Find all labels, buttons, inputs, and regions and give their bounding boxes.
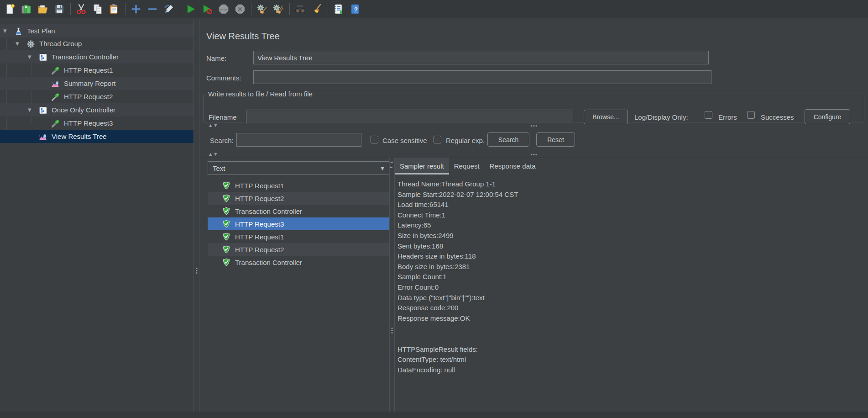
tree-item-label: HTTP Request2 xyxy=(64,93,113,101)
case-sensitive-label[interactable]: Case sensitive xyxy=(382,137,427,144)
splitter-collapse-arrows-icon[interactable]: ◄► xyxy=(390,160,392,170)
search-icon xyxy=(295,4,306,15)
stop-button[interactable]: STOP xyxy=(217,3,230,16)
shutdown-button[interactable] xyxy=(234,3,246,16)
page-title: View Results Tree xyxy=(206,31,280,42)
search-button[interactable] xyxy=(294,3,307,16)
result-item-transaction-controller[interactable]: Transaction Controller xyxy=(208,205,389,217)
toolbar: STOP? xyxy=(0,0,868,18)
result-item-http-request2[interactable]: HTTP Request2 xyxy=(208,243,389,256)
tree-item-view-results-tree[interactable]: View Results Tree xyxy=(0,130,193,143)
expander-down-icon[interactable]: ▼ xyxy=(14,41,26,46)
new-file-button[interactable] xyxy=(4,3,16,16)
write-results-legend: Write results to file / Read from file xyxy=(206,90,315,98)
tree-main-splitter[interactable] xyxy=(193,19,199,412)
splitter-collapse-arrows-icon[interactable]: ▲▼ xyxy=(209,123,219,127)
result-item-label: HTTP Request2 xyxy=(235,195,284,202)
tree-item-test-plan[interactable]: ▼Test Plan xyxy=(0,24,193,37)
expander-down-icon[interactable]: ▼ xyxy=(2,28,14,33)
svg-text:?: ? xyxy=(354,6,358,13)
remove-icon xyxy=(147,4,158,15)
toolbar-separator xyxy=(70,3,71,15)
sampler-result-line: ContentType: text/html xyxy=(397,355,864,365)
errors-checkbox[interactable] xyxy=(705,111,712,119)
case-sensitive-checkbox[interactable] xyxy=(371,136,378,143)
expander-down-icon[interactable]: ▼ xyxy=(26,54,39,59)
tab-sampler-result[interactable]: Sampler result xyxy=(395,158,449,175)
success-shield-icon xyxy=(222,258,230,266)
open-file-button[interactable] xyxy=(37,3,49,16)
new-file-icon xyxy=(5,4,16,15)
sample-viewer: Sampler resultRequestResponse data Threa… xyxy=(395,158,868,412)
tree-item-once-only-controller[interactable]: ▼Once Only Controller xyxy=(0,103,193,116)
search-input[interactable] xyxy=(236,133,361,147)
sampler-result-line: Connect Time:1 xyxy=(397,210,864,221)
clear-search-icon xyxy=(311,4,322,15)
name-input[interactable] xyxy=(253,51,709,64)
tree-item-label: Once Only Controller xyxy=(52,106,115,114)
tree-item-transaction-controller[interactable]: ▼Transaction Controller xyxy=(0,50,193,63)
clear-button[interactable] xyxy=(256,3,268,16)
successes-checkbox[interactable] xyxy=(747,111,755,119)
paste-button[interactable] xyxy=(108,3,120,16)
save-button[interactable] xyxy=(53,3,66,16)
function-helper-button[interactable] xyxy=(332,3,345,16)
lower-horizontal-splitter[interactable]: ▲▼ xyxy=(199,152,868,158)
results-viewer-splitter[interactable]: ◄► xyxy=(389,158,395,412)
tree-item-http-request1[interactable]: HTTP Request1 xyxy=(0,63,193,77)
browse-button[interactable]: Browse... xyxy=(584,110,628,124)
tree-item-label: Test Plan xyxy=(27,27,55,35)
splitter-collapse-arrows-icon[interactable]: ▲▼ xyxy=(209,152,219,156)
result-item-http-request3[interactable]: HTTP Request3 xyxy=(208,217,389,230)
log-display-only-label: Log/Display Only: xyxy=(634,113,688,121)
sampler-result-line: Response message:OK xyxy=(397,313,864,324)
tree-item-thread-group[interactable]: ▼Thread Group xyxy=(0,37,193,50)
edit-button[interactable] xyxy=(162,3,175,16)
sampler-result-line: Headers size in bytes:118 xyxy=(397,251,864,262)
sampler-result-line: Thread Name:Thread Group 1-1 xyxy=(397,179,864,190)
tab-response-data[interactable]: Response data xyxy=(485,158,541,175)
tab-request[interactable]: Request xyxy=(449,158,485,175)
filename-input[interactable] xyxy=(246,110,573,124)
filename-label: Filename xyxy=(209,113,237,121)
result-item-label: HTTP Request3 xyxy=(235,220,284,228)
add-button[interactable] xyxy=(130,3,142,16)
configure-button[interactable]: Configure xyxy=(805,109,850,124)
result-item-http-request1[interactable]: HTTP Request1 xyxy=(208,179,389,192)
clear-all-icon xyxy=(273,4,284,15)
help-button[interactable]: ? xyxy=(349,3,361,16)
result-item-label: HTTP Request1 xyxy=(235,182,284,190)
result-item-transaction-controller[interactable]: Transaction Controller xyxy=(208,256,389,269)
results-filter-select[interactable]: Text ▼ xyxy=(208,161,389,175)
successes-label[interactable]: Successes xyxy=(761,113,794,121)
tree-item-summary-report[interactable]: Summary Report xyxy=(0,77,193,90)
copy-icon xyxy=(92,4,103,15)
splitter-grip-icon[interactable] xyxy=(531,125,537,127)
templates-button[interactable] xyxy=(20,3,33,16)
expander-down-icon[interactable]: ▼ xyxy=(26,107,39,112)
splitter-grip-icon[interactable] xyxy=(196,268,197,274)
regular-exp-checkbox[interactable] xyxy=(434,136,441,143)
controller-icon xyxy=(39,53,48,62)
cut-button[interactable] xyxy=(75,3,88,16)
search-button[interactable]: Search xyxy=(487,132,529,147)
remove-button[interactable] xyxy=(146,3,159,16)
errors-label[interactable]: Errors xyxy=(718,113,737,121)
splitter-grip-icon[interactable] xyxy=(392,328,393,333)
result-item-http-request2[interactable]: HTTP Request2 xyxy=(208,192,389,205)
copy-button[interactable] xyxy=(91,3,104,16)
thread-group-icon xyxy=(26,39,36,48)
reset-button[interactable]: Reset xyxy=(536,132,575,147)
result-item-http-request1[interactable]: HTTP Request1 xyxy=(208,230,389,243)
start-button[interactable] xyxy=(184,3,197,16)
upper-horizontal-splitter[interactable]: ▲▼ xyxy=(199,123,868,129)
clear-search-button[interactable] xyxy=(310,3,323,16)
comments-input[interactable] xyxy=(253,70,711,84)
toolbar-separator xyxy=(180,3,180,15)
tree-item-http-request2[interactable]: HTTP Request2 xyxy=(0,90,193,103)
tree-item-http-request3[interactable]: HTTP Request3 xyxy=(0,116,193,130)
splitter-grip-icon[interactable] xyxy=(531,154,537,155)
regular-exp-label[interactable]: Regular exp. xyxy=(446,137,485,144)
start-no-pauses-button[interactable] xyxy=(201,3,214,16)
clear-all-button[interactable] xyxy=(272,3,285,16)
